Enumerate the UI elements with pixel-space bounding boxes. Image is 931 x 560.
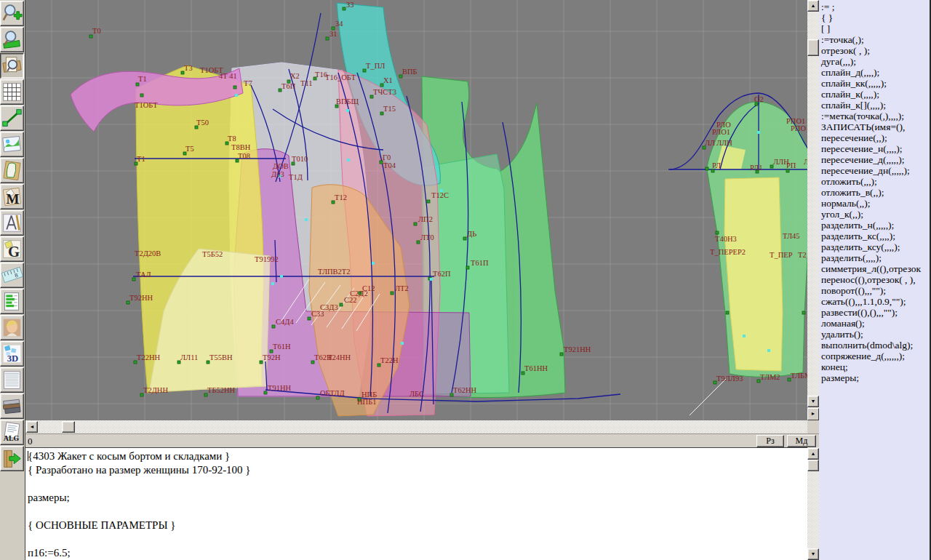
- construction-point[interactable]: [466, 266, 469, 269]
- scroll-up-icon[interactable]: ▲: [807, 448, 819, 460]
- size-table-button[interactable]: [0, 289, 24, 314]
- segment-button[interactable]: [0, 105, 24, 131]
- zoom-page-button[interactable]: [0, 53, 24, 79]
- selected-point[interactable]: [401, 342, 404, 345]
- command-item[interactable]: сжать((),,,1.1,0.9,"");: [821, 296, 930, 307]
- construction-point[interactable]: [132, 278, 135, 281]
- rz-mode-button[interactable]: Рз: [756, 435, 784, 447]
- construction-point[interactable]: [340, 303, 343, 306]
- command-item[interactable]: нормаль(,,);: [821, 198, 930, 209]
- construction-point[interactable]: [272, 325, 275, 328]
- selected-point[interactable]: [757, 131, 760, 134]
- scroll-left-icon[interactable]: ◄: [26, 421, 38, 433]
- canvas-vertical-scrollbar[interactable]: ▲ ▼ ►: [807, 0, 819, 420]
- scroll-down-icon[interactable]: ▼: [807, 396, 819, 407]
- construction-point[interactable]: [308, 317, 311, 320]
- construction-point[interactable]: [417, 241, 420, 244]
- selected-point[interactable]: [280, 275, 283, 278]
- selected-point[interactable]: [347, 159, 350, 161]
- grid-button[interactable]: [0, 79, 24, 105]
- pattern-piece-button[interactable]: [0, 158, 24, 183]
- construction-point[interactable]: [706, 167, 708, 170]
- selected-point[interactable]: [235, 94, 238, 97]
- command-item[interactable]: [ ]: [821, 23, 930, 34]
- command-item[interactable]: разделить_ксу(,,,,);: [821, 241, 930, 252]
- construction-point[interactable]: [136, 83, 139, 86]
- construction-point[interactable]: [343, 7, 345, 10]
- ruler-button[interactable]: 8: [0, 263, 24, 288]
- grazia-g-button[interactable]: G: [0, 236, 24, 262]
- library-books-button[interactable]: [0, 393, 24, 419]
- command-item[interactable]: угол_к(,,);: [821, 209, 930, 220]
- command-item[interactable]: :=метка(точка(,),,,,);: [821, 111, 930, 121]
- construction-point[interactable]: [726, 311, 729, 314]
- construction-point[interactable]: [233, 86, 236, 89]
- drawing-canvas[interactable]: Т0Т3Т1Т1ОБТТ1ОБТ4Т 41Т7Х2Т6ПТ11Т16Т16_ОБ…: [25, 0, 807, 420]
- selected-point[interactable]: [346, 109, 349, 112]
- command-item[interactable]: { }: [821, 12, 930, 23]
- algorithm-editor[interactable]: {4303 Жакет с косым бортом и складками }…: [25, 447, 807, 560]
- command-item[interactable]: := ;: [821, 1, 930, 12]
- command-item[interactable]: пересечение_д(,,,,,);: [821, 154, 930, 165]
- construction-point[interactable]: [427, 200, 430, 203]
- construction-point[interactable]: [463, 237, 466, 240]
- selected-point[interactable]: [767, 349, 770, 352]
- model-photo-button[interactable]: [0, 315, 24, 340]
- zoom-out-button[interactable]: [0, 27, 24, 52]
- command-item[interactable]: разделить(,,,,);: [821, 252, 930, 263]
- drafting-tools-button[interactable]: [0, 210, 24, 236]
- spec-list-button[interactable]: [0, 367, 24, 393]
- construction-point[interactable]: [89, 35, 92, 38]
- command-item[interactable]: симметрия_л((),отрезок: [821, 263, 930, 274]
- command-item[interactable]: выполнить(dmod\alg);: [821, 340, 930, 351]
- command-item[interactable]: развести((),(),,,"");: [821, 307, 930, 318]
- zoom-in-button[interactable]: [0, 1, 24, 26]
- command-item[interactable]: удалить();: [821, 329, 930, 340]
- canvas-horizontal-scrollbar[interactable]: ◄: [25, 420, 807, 433]
- command-item[interactable]: пересечение(,,);: [821, 132, 930, 143]
- scroll-up-icon[interactable]: ▲: [807, 0, 819, 12]
- command-item[interactable]: дуга(,,,);: [821, 56, 930, 67]
- view-3d-button[interactable]: 3D: [0, 341, 24, 367]
- construction-point[interactable]: [316, 396, 319, 399]
- command-item[interactable]: :=точка(,);: [821, 34, 930, 45]
- canvas-hscroll-thumb[interactable]: [62, 421, 75, 433]
- construction-point[interactable]: [802, 311, 805, 314]
- algorithm-alg-button[interactable]: ALG: [0, 420, 24, 445]
- scroll-down-icon[interactable]: ▼: [807, 548, 819, 560]
- construction-point[interactable]: [414, 223, 417, 225]
- command-item[interactable]: ЗАПИСАТЬ(имя=(),: [821, 121, 930, 132]
- command-item[interactable]: сплайн_к(,,,,);: [821, 89, 930, 100]
- command-item[interactable]: сплайн_кк(,,,,,);: [821, 78, 930, 89]
- md-mode-button[interactable]: Мд: [787, 435, 816, 447]
- command-item[interactable]: сопряжение_д(,,,,,,);: [821, 351, 930, 361]
- command-item[interactable]: разделить_кс(,,,,);: [821, 231, 930, 241]
- canvas-vscroll-thumb[interactable]: [807, 39, 819, 56]
- command-item[interactable]: отложить_в(,,);: [821, 187, 930, 198]
- selected-point[interactable]: [743, 335, 746, 337]
- image-button[interactable]: [0, 132, 24, 157]
- selected-point[interactable]: [430, 278, 433, 281]
- exit-button[interactable]: [0, 446, 24, 471]
- modeling-m-button[interactable]: M: [0, 184, 24, 209]
- command-item[interactable]: конец;: [821, 361, 930, 372]
- editor-vertical-scrollbar[interactable]: ▲ ▼: [807, 447, 819, 560]
- construction-point[interactable]: [716, 231, 719, 234]
- command-item[interactable]: разделить_н(,,,,,);: [821, 220, 930, 231]
- construction-point[interactable]: [391, 292, 393, 295]
- construction-point[interactable]: [326, 37, 329, 40]
- editor-vscroll-thumb[interactable]: [807, 460, 819, 471]
- construction-point[interactable]: [140, 94, 143, 97]
- command-item[interactable]: отрезок( , );: [821, 45, 930, 56]
- selected-point[interactable]: [271, 282, 274, 285]
- command-item[interactable]: пересечение_дн(,,,,,);: [821, 165, 930, 176]
- command-item[interactable]: пересечение_н(,,,,);: [821, 143, 930, 154]
- piece-sleeve-inner-band[interactable]: [724, 177, 783, 371]
- command-item[interactable]: отложить(,,,);: [821, 176, 930, 187]
- scroll-right-icon[interactable]: ►: [807, 408, 819, 420]
- construction-point[interactable]: [786, 169, 789, 172]
- command-item[interactable]: сплайн_к[](,,,,);: [821, 100, 930, 111]
- selected-point[interactable]: [372, 262, 375, 265]
- command-item[interactable]: перенос((),отрезок( , ),: [821, 274, 930, 285]
- command-item[interactable]: ломаная();: [821, 318, 930, 329]
